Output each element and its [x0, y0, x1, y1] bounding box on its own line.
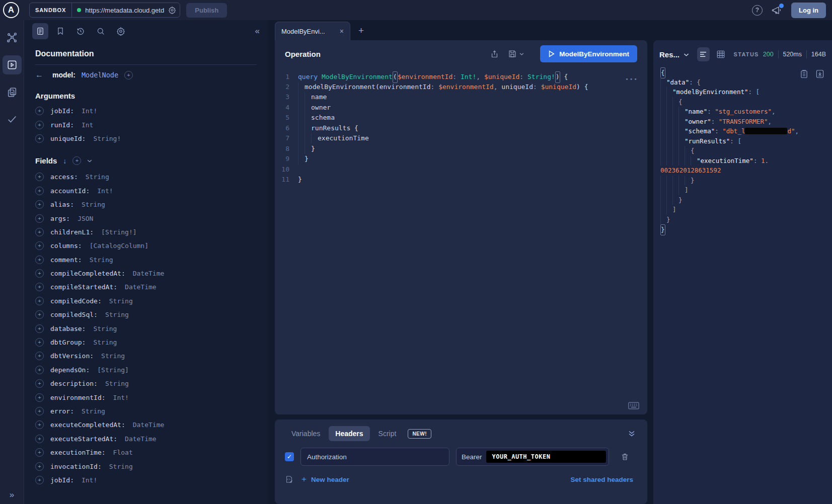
- add-field-icon[interactable]: +: [35, 462, 44, 471]
- add-field-icon[interactable]: +: [35, 393, 44, 402]
- add-field-icon[interactable]: +: [35, 214, 44, 223]
- field-row[interactable]: +comment:String: [35, 253, 257, 267]
- add-field-icon[interactable]: +: [35, 310, 44, 319]
- table-view-toggle-icon[interactable]: [717, 50, 725, 58]
- add-field-icon[interactable]: +: [35, 324, 44, 333]
- add-field-icon[interactable]: +: [35, 269, 44, 278]
- field-row[interactable]: +access:String: [35, 170, 257, 184]
- raw-view-toggle-icon[interactable]: [697, 47, 710, 61]
- keyboard-shortcuts-icon[interactable]: [628, 402, 639, 409]
- close-tab-icon[interactable]: ×: [340, 27, 344, 35]
- field-row[interactable]: +args:JSON: [35, 211, 257, 225]
- editor-menu-icon[interactable]: •••: [625, 74, 638, 85]
- field-row[interactable]: +alias:String: [35, 198, 257, 211]
- add-field-icon[interactable]: +: [35, 476, 44, 484]
- field-row[interactable]: +childrenL1:[String!]: [35, 225, 257, 239]
- add-all-fields-icon[interactable]: +: [72, 156, 81, 165]
- new-tab-icon[interactable]: +: [358, 25, 364, 36]
- field-row[interactable]: +executionTime:Float: [35, 446, 257, 459]
- schema-graph-icon[interactable]: [3, 28, 22, 47]
- add-field-icon[interactable]: +: [35, 121, 44, 129]
- back-arrow-icon[interactable]: ←: [35, 70, 43, 79]
- add-field-icon[interactable]: +: [35, 228, 44, 236]
- tab-headers[interactable]: Headers: [329, 426, 369, 441]
- field-row[interactable]: +compiledSql:String: [35, 308, 257, 321]
- new-header-button[interactable]: + New header: [301, 474, 349, 484]
- add-field-icon[interactable]: +: [35, 366, 44, 374]
- operation-collections-icon[interactable]: [3, 82, 22, 102]
- history-icon[interactable]: [72, 23, 89, 39]
- header-name-input[interactable]: Authorization: [300, 448, 449, 466]
- field-row[interactable]: +description:String: [35, 377, 257, 390]
- field-row[interactable]: +jobId:Int!: [35, 473, 257, 487]
- add-field-icon[interactable]: +: [35, 173, 44, 181]
- field-row[interactable]: +compileStartedAt:DateTime: [35, 280, 257, 294]
- expand-rail-icon[interactable]: »: [0, 490, 24, 500]
- copy-response-icon[interactable]: [800, 69, 808, 78]
- add-field-icon[interactable]: +: [35, 338, 44, 347]
- publish-button[interactable]: Publish: [186, 3, 227, 18]
- field-row[interactable]: +dbtGroup:String: [35, 335, 257, 349]
- field-row[interactable]: +columns:[CatalogColumn]: [35, 239, 257, 253]
- argument-row[interactable]: +uniqueId:String!: [35, 132, 257, 145]
- endpoint-url-input[interactable]: https://metadata.cloud.getd: [85, 7, 167, 14]
- add-field-icon[interactable]: +: [35, 187, 44, 195]
- add-field-icon[interactable]: +: [35, 241, 44, 250]
- add-field-icon[interactable]: +: [35, 297, 44, 305]
- response-dropdown-chevron-icon[interactable]: [684, 53, 689, 57]
- add-field-icon[interactable]: +: [35, 107, 44, 115]
- add-field-icon[interactable]: +: [35, 283, 44, 291]
- endpoint-settings-gear-icon[interactable]: [168, 6, 176, 14]
- bookmarks-icon[interactable]: [52, 23, 68, 39]
- argument-row[interactable]: +jobId:Int!: [35, 104, 257, 118]
- add-field-icon[interactable]: +: [35, 407, 44, 415]
- search-icon[interactable]: [93, 23, 109, 39]
- field-row[interactable]: +invocationId:String: [35, 459, 257, 473]
- field-row[interactable]: +executeCompletedAt:DateTime: [35, 418, 257, 432]
- field-row[interactable]: +environmentId:Int!: [35, 390, 257, 404]
- explorer-icon[interactable]: [3, 55, 22, 74]
- add-model-icon[interactable]: +: [124, 71, 133, 79]
- model-type-link[interactable]: ModelNode: [82, 71, 118, 79]
- field-row[interactable]: +dependsOn:[String]: [35, 363, 257, 377]
- header-value-input[interactable]: Bearer YOUR_AUTH_TOKEN: [456, 448, 609, 466]
- graphql-editor[interactable]: ••• 1query ModelByEnvironment($environme…: [275, 67, 647, 414]
- field-row[interactable]: +dbtVersion:String: [35, 349, 257, 363]
- download-response-icon[interactable]: [816, 69, 824, 78]
- delete-header-icon[interactable]: [621, 452, 629, 461]
- add-field-icon[interactable]: +: [35, 352, 44, 360]
- field-row[interactable]: +compileCompletedAt:DateTime: [35, 267, 257, 280]
- collapse-docs-icon[interactable]: «: [255, 26, 260, 36]
- edit-as-text-icon[interactable]: [285, 475, 293, 484]
- header-enabled-checkbox[interactable]: ✓: [285, 452, 294, 461]
- login-button[interactable]: Log in: [791, 3, 826, 18]
- tab-script[interactable]: Script: [372, 426, 403, 441]
- documentation-tab-icon[interactable]: [32, 23, 48, 39]
- settings-gear-icon[interactable]: [113, 23, 129, 39]
- save-operation-group[interactable]: [508, 49, 524, 58]
- tab-variables[interactable]: Variables: [285, 426, 327, 441]
- field-row[interactable]: +compiledCode:String: [35, 294, 257, 308]
- help-icon[interactable]: ?: [752, 5, 763, 16]
- add-field-icon[interactable]: +: [35, 448, 44, 457]
- add-field-icon[interactable]: +: [35, 421, 44, 429]
- fields-chevron-icon[interactable]: [87, 159, 92, 163]
- sort-fields-icon[interactable]: ↓: [63, 157, 66, 165]
- run-operation-button[interactable]: ModelByEnvironment: [540, 45, 637, 62]
- field-row[interactable]: +accountId:Int!: [35, 184, 257, 198]
- response-json-viewer[interactable]: {"data": {"modelByEnvironment": [{"name"…: [653, 63, 832, 504]
- add-field-icon[interactable]: +: [35, 200, 44, 209]
- argument-row[interactable]: +runId:Int: [35, 118, 257, 131]
- field-row[interactable]: +executeStartedAt:DateTime: [35, 432, 257, 446]
- announcements-megaphone-icon[interactable]: [772, 5, 782, 16]
- set-shared-headers-link[interactable]: Set shared headers: [570, 476, 637, 483]
- collapse-panel-icon[interactable]: [628, 431, 637, 437]
- add-field-icon[interactable]: +: [35, 134, 44, 143]
- checklist-icon[interactable]: [3, 110, 22, 129]
- share-operation-icon[interactable]: [490, 49, 499, 59]
- field-row[interactable]: +database:String: [35, 321, 257, 335]
- add-field-icon[interactable]: +: [35, 379, 44, 388]
- add-field-icon[interactable]: +: [35, 256, 44, 264]
- add-field-icon[interactable]: +: [35, 435, 44, 443]
- field-row[interactable]: +error:String: [35, 404, 257, 418]
